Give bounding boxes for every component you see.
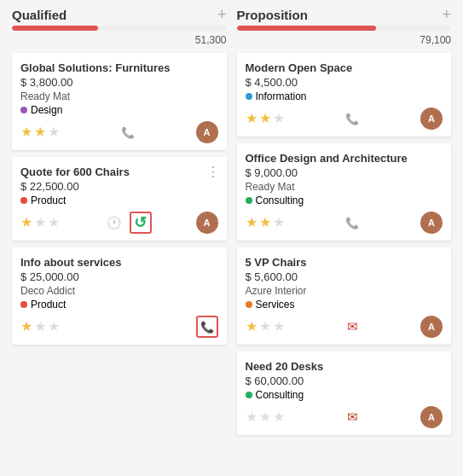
card-card6[interactable]: 5 VP Chairs$ 5,600.00Azure InteriorServi… [237, 247, 452, 345]
star-icon[interactable]: ★ [48, 125, 60, 139]
tag-label: Consulting [256, 389, 304, 401]
card-tag: Information [246, 90, 443, 102]
star-icon[interactable]: ★ [259, 320, 271, 334]
card-tag: Design [20, 104, 218, 116]
star-icon[interactable]: ★ [34, 320, 46, 334]
tag-label: Services [256, 299, 295, 311]
column-title-proposition: Proposition [237, 8, 308, 22]
card-company: Azure Interior [246, 285, 443, 297]
card-title: Global Solutions: Furnitures [20, 61, 218, 74]
card-card7[interactable]: Need 20 Desks$ 60,000.00Consulting★★★✉A [237, 351, 452, 435]
card-action-icons: 📞 [342, 108, 362, 129]
card-action-icons: ✉ [342, 316, 362, 337]
card-stars: ★★★ [246, 112, 285, 125]
star-icon[interactable]: ★ [246, 112, 258, 125]
tag-label: Product [31, 299, 66, 311]
card-stars: ★★★ [246, 320, 285, 334]
add-card-button-proposition[interactable]: + [442, 7, 451, 22]
card-company: Ready Mat [20, 90, 218, 102]
card-amount: $ 9,000.00 [246, 166, 443, 179]
card-amount: $ 5,600.00 [246, 270, 443, 283]
phone-icon[interactable]: 📞 [342, 108, 362, 129]
star-icon[interactable]: ★ [34, 216, 46, 229]
card-action-icons: 📞 [342, 212, 362, 233]
column-header-qualified: Qualified+ [12, 7, 227, 22]
star-icon[interactable]: ★ [259, 216, 271, 229]
card-card2[interactable]: ⋮Quote for 600 Chairs$ 22,500.00Product★… [12, 157, 227, 241]
star-icon[interactable]: ★ [246, 216, 258, 229]
card-footer: ★★★📞A [246, 212, 443, 234]
card-amount: $ 3,800.00 [20, 76, 218, 89]
card-card4[interactable]: Modern Open Space$ 4,500.00Information★★… [237, 53, 452, 136]
tag-label: Consulting [256, 194, 304, 206]
card-action-icons: 🕐↺ [104, 212, 152, 234]
card-title: Need 20 Desks [246, 360, 443, 373]
card-card3[interactable]: Info about services$ 25,000.00Deco Addic… [12, 247, 227, 345]
star-icon[interactable]: ★ [48, 216, 60, 229]
kanban-board: Qualified+51,300Global Solutions: Furnit… [0, 0, 463, 449]
card-card5[interactable]: Office Design and Architecture$ 9,000.00… [237, 143, 452, 241]
star-icon[interactable]: ★ [48, 320, 60, 334]
tag-label: Information [256, 90, 307, 102]
star-icon[interactable]: ★ [273, 112, 285, 125]
avatar: A [420, 316, 443, 338]
card-amount: $ 22,500.00 [20, 180, 218, 193]
activity-icon[interactable]: ↺ [130, 212, 152, 234]
card-footer: ★★★✉A [246, 406, 443, 428]
star-icon[interactable]: ★ [246, 410, 258, 424]
star-icon[interactable]: ★ [246, 320, 258, 334]
card-card1[interactable]: Global Solutions: Furnitures$ 3,800.00Re… [12, 53, 227, 150]
star-icon[interactable]: ★ [273, 320, 285, 334]
card-stars: ★★★ [246, 410, 285, 424]
star-icon[interactable]: ★ [20, 320, 32, 334]
column-qualified: Qualified+51,300Global Solutions: Furnit… [7, 7, 232, 442]
add-card-button-qualified[interactable]: + [217, 7, 227, 22]
clock-icon[interactable]: 🕐 [104, 212, 124, 233]
card-footer: ★★★📞A [20, 121, 218, 143]
tag-dot [246, 197, 252, 204]
star-icon[interactable]: ★ [273, 410, 285, 424]
phone-icon[interactable]: 📞 [118, 122, 138, 142]
tag-dot [20, 107, 27, 113]
card-amount: $ 60,000.00 [246, 374, 443, 387]
card-title: Modern Open Space [246, 61, 443, 74]
star-icon[interactable]: ★ [259, 410, 271, 424]
column-title-qualified: Qualified [12, 8, 67, 22]
column-total-proposition: 79,100 [237, 34, 452, 46]
avatar: A [196, 121, 218, 143]
star-icon[interactable]: ★ [273, 216, 285, 229]
email-icon[interactable]: ✉ [342, 407, 362, 427]
star-icon[interactable]: ★ [259, 112, 271, 125]
card-company: Ready Mat [246, 181, 443, 193]
card-stars: ★★★ [20, 125, 60, 139]
card-tag: Product [20, 194, 218, 206]
phone-icon[interactable]: 📞 [196, 316, 218, 338]
card-stars: ★★★ [246, 216, 285, 229]
card-tag: Services [246, 299, 443, 311]
card-title: 5 VP Chairs [246, 256, 443, 269]
star-icon[interactable]: ★ [20, 125, 32, 139]
star-icon[interactable]: ★ [20, 216, 32, 229]
star-icon[interactable]: ★ [34, 125, 46, 139]
tag-label: Design [31, 104, 62, 116]
column-total-qualified: 51,300 [12, 34, 227, 46]
tag-dot [246, 392, 252, 398]
tag-dot [20, 197, 27, 204]
tag-label: Product [31, 194, 66, 206]
card-action-icons: 📞 [196, 316, 218, 338]
card-menu-icon[interactable]: ⋮ [206, 164, 220, 180]
phone-icon[interactable]: 📞 [342, 212, 362, 233]
avatar: A [196, 212, 218, 234]
column-header-proposition: Proposition+ [237, 7, 452, 22]
card-footer: ★★★📞 [20, 316, 218, 338]
card-action-icons: ✉ [342, 407, 362, 427]
email-icon[interactable]: ✉ [342, 316, 362, 337]
tag-dot [246, 301, 252, 308]
progress-bar-proposition [237, 26, 452, 31]
card-stars: ★★★ [20, 320, 60, 334]
card-company: Deco Addict [20, 285, 218, 297]
avatar: A [420, 406, 443, 428]
card-footer: ★★★🕐↺A [20, 212, 218, 234]
progress-bar-qualified [12, 26, 227, 31]
card-stars: ★★★ [20, 216, 60, 229]
